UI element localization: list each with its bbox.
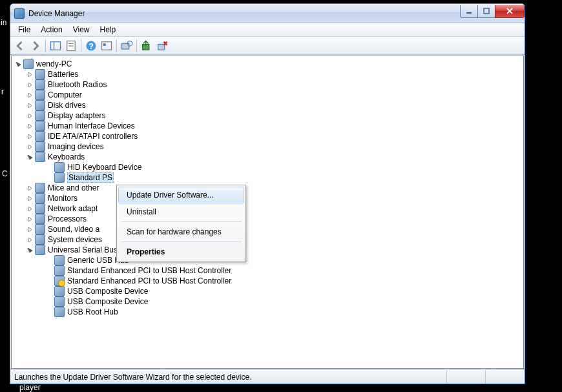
tree-category[interactable]: Universal Serial Bus controllers — [23, 245, 523, 255]
cpu-icon — [35, 214, 45, 224]
tree-node[interactable]: HID Keyboard Device — [43, 162, 523, 172]
spacer — [45, 308, 53, 316]
expand-icon[interactable] — [26, 205, 34, 212]
spacer — [45, 267, 53, 274]
menu-separator — [121, 222, 242, 222]
expand-icon[interactable] — [26, 184, 34, 192]
tree-node[interactable]: USB Root Hub — [43, 307, 523, 317]
expand-icon[interactable] — [26, 81, 34, 88]
context-menu-item[interactable]: Uninstall — [118, 203, 244, 220]
tree-node-label: USB Root Hub — [67, 307, 118, 316]
spacer — [45, 298, 53, 305]
tree-category[interactable]: Processors — [23, 214, 523, 224]
imaging-icon — [35, 141, 45, 152]
scan-hardware-button[interactable] — [120, 39, 134, 53]
expand-icon[interactable] — [26, 122, 34, 130]
tree-category[interactable]: Mice and other — [23, 183, 523, 193]
tree-root-node[interactable]: wendy-PC — [12, 59, 523, 69]
tree-category[interactable]: Human Interface Devices — [23, 121, 523, 131]
keyboard-icon — [54, 162, 65, 172]
forward-button[interactable] — [28, 39, 43, 53]
tree-category[interactable]: Display adapters — [23, 110, 523, 121]
close-button[interactable] — [495, 5, 525, 18]
tree-category[interactable]: Disk drives — [23, 100, 523, 110]
tree-node[interactable]: USB Composite Device — [43, 296, 523, 307]
tree-category-label: Computer — [48, 90, 82, 99]
menu-help[interactable]: Help — [95, 24, 121, 36]
tree-category-label: Bluetooth Radios — [48, 80, 107, 89]
menu-action[interactable]: Action — [36, 24, 67, 36]
tree-node-label: USB Composite Device — [67, 287, 148, 296]
monitor-icon — [35, 193, 45, 203]
update-driver-button[interactable] — [140, 39, 154, 53]
keyboard-icon — [35, 152, 45, 162]
spacer — [45, 163, 53, 171]
hid-icon — [35, 121, 45, 131]
back-button[interactable] — [13, 39, 27, 53]
expand-icon[interactable] — [26, 225, 34, 233]
tree-category[interactable]: Keyboards — [23, 152, 523, 162]
disk-icon — [35, 100, 45, 110]
tree-category-label: Keyboards — [48, 152, 85, 161]
tree-category[interactable]: IDE ATA/ATAPI controllers — [23, 131, 523, 141]
expand-icon[interactable] — [26, 91, 34, 99]
tree-category-label: Disk drives — [48, 101, 86, 110]
tree-category-label: System devices — [48, 235, 102, 244]
tree-category[interactable]: Network adapt — [23, 203, 523, 214]
maximize-button[interactable] — [477, 5, 495, 18]
keyboard-icon — [54, 172, 65, 183]
properties-button[interactable] — [64, 39, 78, 53]
ata-icon — [35, 131, 45, 141]
tree-category[interactable]: Computer — [23, 90, 523, 100]
tree-node[interactable]: Standard PS — [43, 172, 523, 183]
context-menu: Update Driver Software...UninstallScan f… — [116, 185, 246, 262]
status-text: Launches the Update Driver Software Wiza… — [14, 370, 447, 384]
context-menu-item[interactable]: Update Driver Software... — [118, 187, 244, 203]
expand-icon[interactable] — [26, 143, 34, 150]
expand-icon[interactable] — [26, 194, 34, 202]
tree-category[interactable]: Imaging devices — [23, 141, 523, 152]
status-segment — [447, 370, 486, 384]
usb-icon — [35, 245, 45, 255]
tree-category[interactable]: Monitors — [23, 193, 523, 203]
device-tree[interactable]: wendy-PCBatteriesBluetooth RadiosCompute… — [11, 56, 524, 369]
tree-category-label: Sound, video a — [48, 225, 99, 234]
titlebar[interactable]: Device Manager — [10, 4, 525, 23]
usb-child-icon — [54, 307, 65, 317]
window-title: Device Manager — [28, 9, 461, 18]
usb-warn-icon — [54, 276, 65, 286]
collapse-icon[interactable] — [14, 60, 22, 68]
tree-category-label: Imaging devices — [48, 142, 104, 151]
collapse-icon[interactable] — [26, 153, 34, 161]
expand-icon[interactable] — [26, 215, 34, 223]
tree-category[interactable]: Bluetooth Radios — [23, 79, 523, 90]
app-icon — [14, 8, 25, 19]
tree-category-label: Display adapters — [48, 111, 105, 120]
window-controls — [461, 5, 525, 18]
tree-category[interactable]: System devices — [23, 234, 523, 245]
expand-icon[interactable] — [26, 236, 34, 243]
expand-icon[interactable] — [26, 70, 34, 78]
menu-file[interactable]: File — [13, 24, 36, 36]
usb-child-icon — [54, 286, 65, 296]
menu-view[interactable]: View — [68, 24, 95, 36]
tree-node[interactable]: Standard Enhanced PCI to USB Host Contro… — [43, 276, 523, 286]
tree-category-label: Mice and other — [48, 183, 99, 192]
show-hide-tree-button[interactable] — [48, 39, 63, 53]
tree-node[interactable]: Standard Enhanced PCI to USB Host Contro… — [43, 265, 523, 276]
collapse-icon[interactable] — [26, 246, 34, 254]
tool-button[interactable] — [99, 39, 114, 53]
context-menu-item[interactable]: Scan for hardware changes — [118, 223, 244, 240]
tree-category[interactable]: Sound, video a — [23, 224, 523, 234]
help-button[interactable]: ? — [84, 39, 98, 53]
expand-icon[interactable] — [26, 112, 34, 119]
minimize-button[interactable] — [460, 5, 478, 18]
uninstall-button[interactable] — [155, 39, 169, 53]
expand-icon[interactable] — [26, 132, 34, 140]
tree-node[interactable]: USB Composite Device — [43, 286, 523, 296]
expand-icon[interactable] — [26, 101, 34, 109]
tree-node[interactable]: Generic USB Hub — [43, 255, 523, 265]
tree-category[interactable]: Batteries — [23, 69, 523, 79]
tree-node-label: Standard Enhanced PCI to USB Host Contro… — [67, 266, 231, 275]
context-menu-item[interactable]: Properties — [118, 243, 244, 260]
